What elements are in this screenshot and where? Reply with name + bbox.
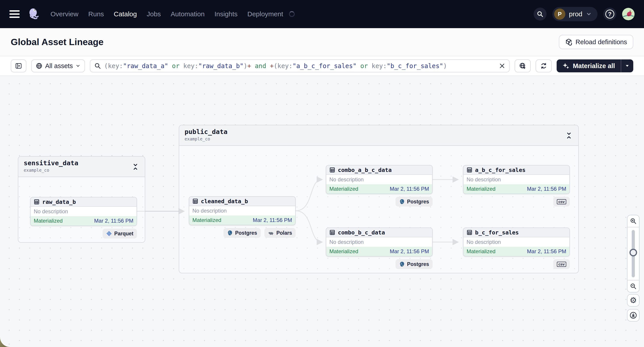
csv-icon: csv: [557, 199, 566, 204]
status-timestamp[interactable]: Mar 2, 11:56 PM: [527, 248, 566, 255]
asset-node-header: raw_data_b: [30, 197, 136, 207]
table-icon: [466, 167, 472, 173]
download-graph-button[interactable]: [627, 309, 640, 322]
asset-node-header: a_b_c_for_sales: [464, 165, 569, 175]
materialize-options-button[interactable]: [621, 59, 633, 72]
csv-icon: csv: [557, 262, 566, 267]
kind-badge-postgres: Postgres: [224, 228, 260, 238]
materialize-all-button[interactable]: Materialize all: [557, 59, 633, 72]
asset-name: cleaned_data_b: [201, 198, 248, 205]
gear-icon: ⚙: [630, 296, 637, 304]
table-icon: [34, 199, 40, 205]
cardinal-avatar-icon: [622, 8, 634, 20]
asset-status-bar: Materialized Mar 2, 11:56 PM: [464, 184, 569, 194]
menu-icon[interactable]: [10, 10, 20, 18]
asset-description: No description: [30, 207, 136, 216]
user-avatar[interactable]: [622, 8, 634, 20]
status-timestamp[interactable]: Mar 2, 11:56 PM: [527, 186, 566, 192]
panel-toggle-button[interactable]: [11, 59, 26, 72]
kind-badge-polars: Polars: [264, 228, 296, 238]
zoom-out-button[interactable]: [628, 280, 639, 292]
asset-node-combo-a-b-c-data[interactable]: combo_a_b_c_data No description Material…: [326, 165, 432, 194]
page-title: Global Asset Lineage: [11, 37, 104, 47]
asset-name: combo_b_c_data: [338, 229, 385, 236]
refresh-icon: [540, 62, 547, 69]
asset-name: b_c_for_sales: [475, 229, 519, 236]
group-subtitle: example_co: [184, 136, 573, 141]
asset-status-bar: Materialized Mar 2, 11:56 PM: [326, 247, 432, 256]
zoom-control: [627, 215, 640, 293]
postgres-icon: [227, 230, 233, 236]
search-button[interactable]: [534, 7, 546, 20]
status-label: Materialized: [466, 248, 496, 255]
kind-badge-csv: csv: [553, 259, 570, 269]
asset-node-b-c-for-sales[interactable]: b_c_for_sales No description Materialize…: [463, 228, 570, 257]
asset-node-header: cleaned_data_b: [189, 197, 295, 206]
clear-icon[interactable]: [499, 63, 505, 69]
status-timestamp[interactable]: Mar 2, 11:56 PM: [253, 217, 292, 223]
group-header: sensitive_data example_co: [18, 157, 145, 177]
nav-item-catalog[interactable]: Catalog: [114, 10, 137, 18]
asset-node-a-b-c-for-sales[interactable]: a_b_c_for_sales No description Materiali…: [463, 165, 570, 194]
asset-name: raw_data_b: [42, 199, 76, 205]
chevron-down-icon: [586, 11, 592, 17]
asset-description: No description: [464, 175, 569, 184]
asset-badges: csv: [463, 259, 570, 269]
nav-menu: Overview Runs Catalog Jobs Automation In…: [50, 10, 295, 18]
postgres-icon: [399, 261, 405, 267]
asset-name: combo_a_b_c_data: [338, 167, 392, 173]
kind-badge-postgres: Postgres: [396, 197, 432, 207]
nav-item-deployment[interactable]: Deployment: [247, 10, 283, 18]
dagster-logo[interactable]: [27, 7, 41, 21]
nav-item-automation[interactable]: Automation: [171, 10, 205, 18]
collapse-group-button[interactable]: [131, 162, 140, 171]
asset-node-header: combo_b_c_data: [326, 228, 432, 237]
nav-item-jobs[interactable]: Jobs: [146, 10, 161, 18]
nav-item-overview[interactable]: Overview: [50, 10, 78, 18]
collapse-vertical-icon: [566, 132, 572, 139]
status-timestamp[interactable]: Mar 2, 11:56 PM: [390, 248, 429, 255]
asset-badges: Postgres: [326, 197, 432, 207]
search-icon: [537, 11, 544, 17]
status-label: Materialized: [329, 186, 358, 192]
status-label: Materialized: [34, 218, 62, 224]
zoom-out-icon: [630, 283, 637, 290]
asset-search-input[interactable]: (key:"raw_data_a" or key:"raw_data_b")+ …: [90, 59, 510, 72]
zoom-slider-thumb[interactable]: [630, 249, 637, 256]
status-timestamp[interactable]: Mar 2, 11:56 PM: [390, 186, 429, 192]
top-nav: Overview Runs Catalog Jobs Automation In…: [0, 0, 644, 28]
caret-down-icon: [625, 63, 630, 68]
asset-scope-label: All assets: [45, 62, 73, 70]
page-header: Global Asset Lineage Reload definitions: [0, 28, 644, 56]
deployment-name: prod: [569, 10, 582, 18]
lineage-graph-canvas[interactable]: sensitive_data example_co public_data ex…: [0, 76, 644, 347]
asset-scope-dropdown[interactable]: All assets: [31, 59, 85, 72]
reload-definitions-icon: [565, 38, 572, 45]
asset-description: No description: [189, 206, 295, 216]
asset-description: No description: [464, 237, 569, 247]
asset-status-bar: Materialized Mar 2, 11:56 PM: [464, 247, 569, 256]
asset-description: No description: [326, 237, 432, 247]
asset-node-raw-data-b[interactable]: raw_data_b No description Materialized M…: [30, 197, 137, 226]
asset-node-cleaned-data-b[interactable]: cleaned_data_b No description Materializ…: [189, 196, 296, 225]
asset-node-combo-b-c-data[interactable]: combo_b_c_data No description Materializ…: [326, 228, 432, 257]
asset-selection-query: (key:"raw_data_a" or key:"raw_data_b")+ …: [104, 62, 496, 70]
help-button[interactable]: ?: [603, 7, 616, 20]
view-graph-as-groups-button[interactable]: [514, 59, 531, 72]
asset-status-bar: Materialized Mar 2, 11:56 PM: [189, 216, 295, 225]
zoom-slider[interactable]: [628, 227, 639, 280]
graph-settings-button[interactable]: ⚙: [627, 294, 640, 307]
reload-definitions-button[interactable]: Reload definitions: [559, 35, 633, 49]
nav-item-insights[interactable]: Insights: [214, 10, 238, 18]
kind-badge-postgres: Postgres: [396, 259, 432, 269]
nav-item-runs[interactable]: Runs: [88, 10, 104, 18]
status-timestamp[interactable]: Mar 2, 11:56 PM: [94, 218, 134, 224]
refresh-button[interactable]: [536, 59, 552, 72]
deployment-switcher[interactable]: P prod: [552, 7, 598, 21]
zoom-in-button[interactable]: [628, 215, 639, 227]
zoom-in-icon: [630, 218, 637, 224]
globe-add-icon: [519, 62, 526, 69]
table-icon: [329, 230, 335, 235]
collapse-group-button[interactable]: [564, 131, 574, 140]
asset-badges: Postgres: [326, 259, 432, 269]
